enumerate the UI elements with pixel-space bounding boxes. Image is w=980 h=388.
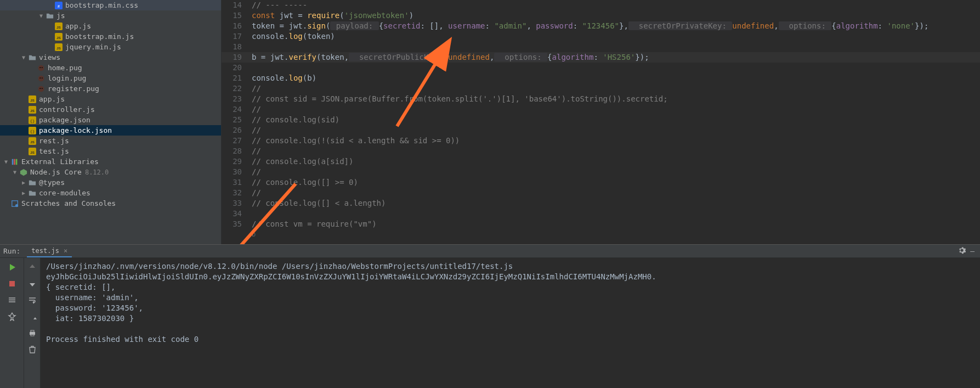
code-line[interactable]: // bbox=[252, 125, 980, 136]
code-line[interactable]: // const sid = JSON.parse(Buffer.from(to… bbox=[252, 94, 980, 104]
tree-item-label: core-modules bbox=[39, 189, 90, 197]
gear-icon[interactable] bbox=[956, 246, 968, 256]
js-icon: JS bbox=[54, 43, 64, 51]
project-tree[interactable]: #bootstrap.min.css▼jsJSapp.jsJSbootstrap… bbox=[0, 0, 222, 244]
code-line[interactable]: // console.log([] >= 0) bbox=[252, 177, 980, 188]
tree-item-label: Scratches and Consoles bbox=[21, 199, 116, 207]
pug-icon bbox=[36, 75, 46, 82]
code-line[interactable] bbox=[252, 209, 980, 219]
tree-item[interactable]: JSrest.js bbox=[0, 136, 221, 146]
line-number: 24 bbox=[222, 104, 252, 115]
tree-item[interactable]: ▼External Libraries bbox=[0, 156, 221, 167]
chevron-icon[interactable]: ▼ bbox=[37, 13, 45, 19]
code-line[interactable]: const jwt = require('jsonwebtoken') bbox=[252, 10, 980, 21]
svg-point-34 bbox=[15, 204, 18, 206]
tree-item-label: bootstrap.min.js bbox=[65, 32, 134, 41]
tree-item[interactable]: JSapp.js bbox=[0, 94, 221, 104]
scroll-end-icon[interactable] bbox=[26, 311, 38, 323]
code-line[interactable]: // bbox=[252, 146, 980, 156]
line-number: 16 bbox=[222, 21, 252, 31]
tree-item[interactable]: JSjquery.min.js bbox=[0, 42, 221, 52]
code-line[interactable] bbox=[252, 42, 980, 52]
pug-icon bbox=[36, 85, 46, 93]
tree-item[interactable]: JSbootstrap.min.js bbox=[0, 31, 221, 42]
tree-item-label: rest.js bbox=[39, 137, 69, 145]
svg-text:JS: JS bbox=[30, 108, 34, 112]
code-line[interactable]: // bbox=[252, 104, 980, 115]
run-toolbar-left bbox=[0, 258, 24, 388]
line-number: 29 bbox=[222, 156, 252, 167]
tree-item-label: External Libraries bbox=[21, 158, 99, 166]
chevron-icon[interactable]: ▼ bbox=[20, 54, 27, 60]
tree-item[interactable]: ▶@types bbox=[0, 177, 221, 188]
chevron-icon[interactable]: ▼ bbox=[11, 169, 19, 175]
tree-item[interactable]: JSapp.js bbox=[0, 21, 221, 31]
tree-item[interactable]: home.pug bbox=[0, 63, 221, 73]
tree-item[interactable]: #bootstrap.min.css bbox=[0, 0, 221, 10]
code-line[interactable]: // bbox=[252, 167, 980, 177]
tree-item[interactable]: register.pug bbox=[0, 83, 221, 94]
code-line[interactable]: b = jwt.verify(token, secretOrPublicKey:… bbox=[252, 52, 980, 63]
trash-icon[interactable] bbox=[26, 344, 38, 356]
console-output[interactable]: /Users/jinzhao/.nvm/versions/node/v8.12.… bbox=[41, 258, 980, 388]
code-line[interactable]: // console.log([] < a.length) bbox=[252, 198, 980, 209]
run-tab[interactable]: test.js × bbox=[27, 245, 72, 257]
code-line[interactable]: token = jwt.sign( payload: {secretid: []… bbox=[252, 21, 980, 31]
code-line[interactable]: // bbox=[252, 83, 980, 94]
up-icon[interactable] bbox=[26, 261, 38, 273]
soft-wrap-icon[interactable] bbox=[26, 294, 38, 306]
line-number: 34 bbox=[222, 209, 252, 219]
lib-icon bbox=[10, 158, 20, 166]
svg-point-16 bbox=[42, 88, 43, 89]
tree-item-label: bootstrap.min.css bbox=[65, 1, 138, 9]
line-number: 23 bbox=[222, 94, 252, 104]
tree-item-label: register.pug bbox=[48, 85, 99, 93]
tree-item[interactable]: ▶core-modules bbox=[0, 188, 221, 198]
code-line[interactable]: // console.log(!(sid < a.length && sid >… bbox=[252, 136, 980, 146]
svg-text:JS: JS bbox=[56, 35, 60, 39]
chevron-icon[interactable]: ▶ bbox=[20, 190, 27, 196]
code-line[interactable]: // console.log(a[sid]) bbox=[252, 156, 980, 167]
close-icon[interactable]: × bbox=[64, 247, 67, 255]
tree-item[interactable]: ▼Node.js Core8.12.0 bbox=[0, 167, 221, 177]
tree-item[interactable]: login.pug bbox=[0, 73, 221, 83]
pin-button[interactable] bbox=[6, 311, 18, 323]
line-number: 27 bbox=[222, 136, 252, 146]
chevron-icon[interactable]: ▼ bbox=[2, 159, 10, 165]
code-line[interactable]: console.log(b) bbox=[252, 73, 980, 83]
run-toolbar-inner bbox=[24, 258, 41, 388]
code-line[interactable]: // --- ----- bbox=[252, 0, 980, 10]
svg-point-9 bbox=[39, 67, 41, 68]
code-line[interactable]: // bbox=[252, 188, 980, 198]
run-label: Run: bbox=[3, 247, 20, 255]
tree-item[interactable]: ▼js bbox=[0, 10, 221, 21]
tree-item-label: Node.js Core bbox=[30, 168, 82, 176]
down-icon[interactable] bbox=[26, 278, 38, 290]
tree-item[interactable]: Scratches and Consoles bbox=[0, 198, 221, 209]
stop-button[interactable] bbox=[6, 278, 18, 290]
chevron-icon[interactable]: ▶ bbox=[20, 179, 27, 185]
svg-rect-29 bbox=[12, 159, 14, 165]
svg-point-15 bbox=[39, 88, 41, 89]
code-line[interactable]: // console.log(sid) bbox=[252, 115, 980, 125]
code-line[interactable]: console.log(token) bbox=[252, 31, 980, 42]
tree-item[interactable]: ▼views bbox=[0, 52, 221, 63]
rerun-button[interactable] bbox=[6, 261, 18, 273]
code-editor[interactable]: 14// --- -----15const jwt = require('jso… bbox=[222, 0, 980, 244]
tree-item[interactable]: {}package-lock.json bbox=[0, 125, 221, 136]
code-line[interactable] bbox=[252, 63, 980, 73]
tree-item[interactable]: JStest.js bbox=[0, 146, 221, 156]
code-line[interactable]: // const vm = require("vm") bbox=[252, 219, 980, 229]
tree-item-label: test.js bbox=[39, 147, 69, 155]
svg-point-12 bbox=[39, 77, 41, 78]
minimize-icon[interactable]: — bbox=[968, 247, 977, 255]
folder-icon bbox=[45, 12, 55, 20]
tree-item[interactable]: JScontroller.js bbox=[0, 104, 221, 115]
line-number: 31 bbox=[222, 177, 252, 188]
print-icon[interactable] bbox=[26, 327, 38, 339]
tree-item-label: app.js bbox=[39, 95, 65, 103]
run-header: Run: test.js × — bbox=[0, 245, 980, 258]
line-number: 32 bbox=[222, 188, 252, 198]
dump-button[interactable] bbox=[6, 294, 18, 306]
tree-item[interactable]: {}package.json bbox=[0, 115, 221, 125]
